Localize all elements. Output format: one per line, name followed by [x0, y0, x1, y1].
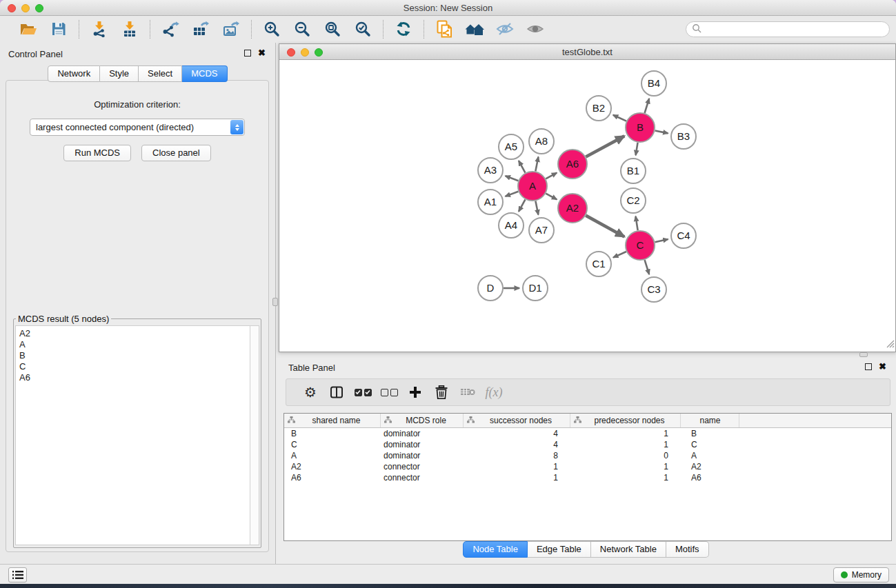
zoom-selected-icon[interactable]	[352, 19, 373, 39]
cell-mcds_role[interactable]: connector	[381, 473, 464, 483]
cell-shared_name[interactable]: A	[284, 451, 381, 460]
show-columns-icon[interactable]	[323, 385, 350, 399]
export-image-icon[interactable]	[221, 19, 241, 39]
node-A4[interactable]: A4	[499, 213, 524, 238]
table-row[interactable]: A6connector11A6	[284, 472, 891, 483]
cell-name[interactable]: B	[681, 429, 739, 438]
cell-predecessor_nodes[interactable]: 1	[570, 473, 681, 483]
home-icon[interactable]	[464, 19, 485, 39]
edge-A-A8[interactable]	[535, 157, 538, 172]
node-D[interactable]: D	[478, 276, 503, 301]
mcds-result-item[interactable]: B	[19, 350, 259, 361]
mcds-result-item[interactable]: C	[19, 361, 259, 372]
column-header-mcds-role[interactable]: MCDS role	[381, 414, 464, 427]
network-graph[interactable]: B4B2BB3A5A8A6B1A3AC2A1A2A4A7CC4C1C3DD1	[279, 61, 895, 352]
node-B4[interactable]: B4	[641, 71, 666, 96]
edge-A-A3[interactable]	[506, 176, 519, 181]
close-network-window-button[interactable]	[287, 48, 295, 57]
node-C4[interactable]: C4	[671, 223, 696, 248]
resize-grip-icon[interactable]	[885, 338, 895, 351]
close-panel-icon[interactable]: ✖	[258, 50, 266, 57]
hide-selected-icon[interactable]	[495, 19, 515, 39]
export-table-icon[interactable]	[190, 19, 211, 39]
delete-table-icon[interactable]	[455, 387, 481, 398]
tab-mcds[interactable]: MCDS	[182, 65, 227, 82]
float-table-panel-icon[interactable]	[865, 363, 872, 370]
cell-successor_nodes[interactable]: 4	[464, 440, 570, 449]
cell-name[interactable]: C	[681, 440, 739, 449]
edge-B-B1[interactable]	[636, 143, 638, 156]
edge-A-A2[interactable]	[546, 194, 557, 200]
vertical-split-handle[interactable]	[272, 298, 278, 306]
node-B1[interactable]: B1	[621, 159, 646, 183]
horizontal-split-handle[interactable]	[859, 352, 868, 357]
zoom-in-icon[interactable]	[261, 19, 282, 39]
edge-C-C2[interactable]	[635, 216, 637, 231]
minimize-window-button[interactable]	[21, 4, 30, 12]
cell-shared_name[interactable]: C	[284, 440, 381, 449]
cell-successor_nodes[interactable]: 8	[464, 451, 570, 460]
task-list-button[interactable]	[8, 567, 27, 582]
delete-column-icon[interactable]	[428, 385, 455, 399]
edge-A-A6[interactable]	[546, 173, 557, 179]
edge-A-A7[interactable]	[535, 201, 538, 215]
network-canvas[interactable]: B4B2BB3A5A8A6B1A3AC2A1A2A4A7CC4C1C3DD1	[279, 61, 895, 352]
tab-select[interactable]: Select	[139, 65, 182, 82]
node-A2[interactable]: A2	[558, 194, 587, 223]
table-row[interactable]: Bdominator41B	[284, 428, 891, 439]
node-A5[interactable]: A5	[499, 134, 524, 159]
node-A7[interactable]: A7	[529, 218, 554, 243]
memory-button[interactable]: Memory	[833, 567, 889, 582]
node-A1[interactable]: A1	[478, 190, 503, 214]
cell-predecessor_nodes[interactable]: 1	[570, 462, 681, 472]
cell-mcds_role[interactable]: dominator	[381, 440, 464, 449]
import-table-icon[interactable]	[119, 19, 140, 39]
zoom-network-window-button[interactable]	[315, 48, 323, 57]
edge-A-A4[interactable]	[519, 199, 526, 211]
node-D1[interactable]: D1	[523, 276, 548, 301]
tab-network-table[interactable]: Network Table	[591, 541, 666, 558]
search-field[interactable]	[686, 21, 890, 37]
run-mcds-button[interactable]: Run MCDS	[63, 145, 131, 161]
function-builder-icon[interactable]: f(x)	[481, 385, 507, 400]
close-window-button[interactable]	[8, 4, 16, 12]
cell-predecessor_nodes[interactable]: 1	[570, 429, 681, 438]
node-C[interactable]: C	[626, 231, 655, 260]
edge-A6-B[interactable]	[586, 136, 624, 156]
cell-shared_name[interactable]: B	[284, 429, 381, 438]
table-settings-icon[interactable]: ⚙	[297, 385, 323, 399]
mcds-result-list[interactable]: A2ABCA6	[15, 325, 259, 545]
add-column-icon[interactable]	[402, 386, 428, 398]
tab-edge-table[interactable]: Edge Table	[528, 541, 591, 558]
cell-predecessor_nodes[interactable]: 0	[570, 451, 681, 460]
tab-network[interactable]: Network	[48, 65, 100, 82]
cell-name[interactable]: A6	[681, 473, 739, 483]
zoom-window-button[interactable]	[35, 4, 43, 12]
edge-B-B4[interactable]	[645, 99, 650, 113]
table-row[interactable]: A2connector11A2	[284, 461, 891, 472]
edge-A2-C[interactable]	[586, 216, 624, 237]
zoom-fit-icon[interactable]	[322, 19, 343, 39]
cell-mcds_role[interactable]: dominator	[381, 429, 464, 438]
mcds-result-item[interactable]: A2	[19, 328, 259, 339]
close-panel-button[interactable]: Close panel	[141, 145, 211, 161]
criterion-select[interactable]: largest connected component (directed)	[30, 119, 245, 136]
mcds-result-item[interactable]: A6	[19, 372, 259, 383]
node-B[interactable]: B	[626, 113, 655, 142]
tab-node-table[interactable]: Node Table	[463, 541, 528, 558]
open-session-icon[interactable]	[18, 19, 39, 39]
cell-name[interactable]: A	[681, 451, 739, 460]
node-C2[interactable]: C2	[621, 188, 646, 213]
edge-A-A5[interactable]	[519, 161, 526, 172]
export-network-icon[interactable]	[160, 19, 181, 39]
minimize-network-window-button[interactable]	[301, 48, 309, 57]
close-table-panel-icon[interactable]: ✖	[879, 363, 886, 370]
node-B2[interactable]: B2	[586, 96, 611, 121]
edge-B-B3[interactable]	[655, 130, 668, 133]
tab-motifs[interactable]: Motifs	[666, 541, 709, 558]
cell-predecessor_nodes[interactable]: 1	[570, 440, 681, 449]
cell-mcds_role[interactable]: dominator	[381, 451, 464, 460]
unselect-all-icon[interactable]	[376, 389, 402, 396]
edge-A-A1[interactable]	[506, 192, 519, 196]
save-session-icon[interactable]	[48, 19, 69, 39]
